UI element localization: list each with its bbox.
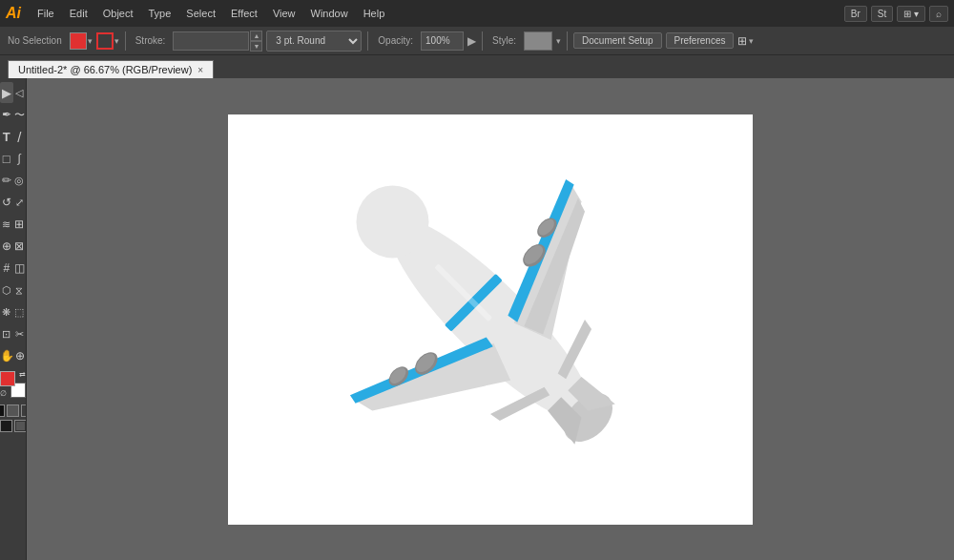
perspective-tool[interactable]: ⊠: [13, 236, 27, 257]
stroke-style-dropdown[interactable]: 3 pt. Round: [266, 31, 362, 52]
eyedropper-tools-pair: ⬡ ⧖: [0, 280, 26, 301]
normal-mode-button[interactable]: [0, 404, 5, 417]
mode-buttons: [0, 404, 27, 417]
transform-tools-pair: ↺ ⤢: [0, 192, 26, 213]
mesh-tools-pair: # ◫: [0, 258, 26, 279]
eyedropper-tool[interactable]: ⬡: [0, 280, 13, 301]
none-color-icon[interactable]: ∅: [0, 390, 7, 398]
fill-color-box[interactable]: [0, 371, 15, 386]
screen-mode-fullscreen[interactable]: [14, 420, 27, 432]
style-swatch[interactable]: [524, 31, 552, 51]
menu-window[interactable]: Window: [304, 5, 355, 22]
fill-swatch[interactable]: [70, 32, 87, 50]
menu-view[interactable]: View: [266, 5, 302, 22]
style-dropdown-arrow[interactable]: ▾: [556, 36, 561, 46]
line-tool[interactable]: /: [13, 126, 27, 147]
pen-tools-pair: ✒ 〜: [0, 104, 26, 125]
stock-button[interactable]: St: [871, 6, 893, 22]
symbol-sprayer-tool[interactable]: ❋: [0, 301, 13, 322]
menu-help[interactable]: Help: [357, 5, 392, 22]
artboard-tool[interactable]: ⊡: [0, 323, 13, 344]
opacity-label: Opacity:: [374, 35, 417, 46]
stroke-up-arrow[interactable]: ▲: [250, 31, 262, 41]
opacity-arrow[interactable]: ▶: [467, 34, 476, 48]
symbol-tools-pair: ❋ ⬚: [0, 301, 26, 322]
opacity-input[interactable]: [421, 31, 464, 51]
menu-object[interactable]: Object: [96, 5, 140, 22]
arrange-control[interactable]: ⊞ ▾: [737, 34, 754, 48]
tab-title: Untitled-2* @ 66.67% (RGB/Preview): [18, 64, 192, 75]
paintbrush-tool[interactable]: ∫: [13, 148, 27, 169]
free-transform-tool[interactable]: ⊞: [13, 214, 27, 235]
type-tools-pair: T /: [0, 126, 26, 147]
scale-tool[interactable]: ⤢: [13, 192, 27, 213]
selection-label: No Selection: [4, 35, 66, 46]
selection-tool[interactable]: ▶: [0, 82, 13, 103]
tab-bar: Untitled-2* @ 66.67% (RGB/Preview) ×: [0, 55, 954, 78]
color-controls: ⇄ ∅: [0, 371, 26, 402]
slice-tool[interactable]: ✂: [13, 323, 27, 344]
pencil-tools-pair: ✏ ◎: [0, 170, 26, 191]
behind-mode-button[interactable]: [7, 404, 19, 417]
separator-3: [482, 31, 483, 51]
airplane-svg: [309, 138, 672, 501]
menu-type[interactable]: Type: [142, 5, 178, 22]
nav-tools-pair: ✋ ⊕: [0, 345, 26, 366]
separator-2: [367, 31, 368, 51]
menu-bar: Ai File Edit Object Type Select Effect V…: [0, 0, 954, 27]
rect-tool[interactable]: □: [0, 148, 13, 169]
airplane-illustration: [309, 138, 672, 501]
stroke-weight-arrows: ▲ ▼: [250, 31, 262, 52]
curvature-tool[interactable]: 〜: [13, 104, 27, 125]
tab-close-button[interactable]: ×: [197, 65, 203, 75]
workspace-button[interactable]: ⊞ ▾: [897, 6, 925, 22]
mesh-tool[interactable]: #: [0, 258, 13, 279]
separator-1: [125, 31, 126, 51]
style-label: Style:: [488, 35, 520, 46]
shape-builder-tool[interactable]: ⊕: [0, 236, 13, 257]
stroke-down-arrow[interactable]: ▼: [250, 41, 262, 52]
pencil-tool[interactable]: ✏: [0, 170, 13, 191]
menu-select[interactable]: Select: [179, 5, 222, 22]
canvas-area[interactable]: [27, 78, 954, 560]
gradient-tool[interactable]: ◫: [13, 258, 27, 279]
pen-tool[interactable]: ✒: [0, 104, 13, 125]
fill-color-control[interactable]: ▾: [70, 32, 93, 50]
artboard: [228, 114, 753, 525]
select-tools-pair: ▶ ◁: [0, 82, 26, 103]
hand-tool[interactable]: ✋: [0, 345, 13, 366]
app-logo: Ai: [6, 5, 21, 22]
menu-file[interactable]: File: [31, 5, 61, 22]
direct-selection-tool[interactable]: ◁: [13, 82, 27, 103]
graph-tool[interactable]: ⬚: [13, 301, 27, 322]
type-tool[interactable]: T: [0, 126, 13, 147]
menu-edit[interactable]: Edit: [63, 5, 94, 22]
swap-colors-icon[interactable]: ⇄: [19, 371, 26, 379]
artboard-tools-pair: ⊡ ✂: [0, 323, 26, 344]
blend-tool[interactable]: ⧖: [13, 280, 27, 301]
preferences-button[interactable]: Preferences: [666, 32, 735, 49]
menu-effect[interactable]: Effect: [224, 5, 264, 22]
stroke-color-control[interactable]: ▾: [96, 32, 119, 50]
search-button[interactable]: ⌕: [929, 6, 948, 22]
zoom-tool[interactable]: ⊕: [13, 345, 26, 366]
rotate-tool[interactable]: ↺: [0, 192, 13, 213]
shape-tools-pair: □ ∫: [0, 148, 26, 169]
main-area: ▶ ◁ ✒ 〜 T / □ ∫ ✏ ◎ ↺ ⤢ ≋ ⊞ ⊕ ⊠: [0, 78, 954, 560]
warp-tool[interactable]: ≋: [0, 214, 13, 235]
stroke-swatch[interactable]: [96, 32, 114, 50]
left-toolbar: ▶ ◁ ✒ 〜 T / □ ∫ ✏ ◎ ↺ ⤢ ≋ ⊞ ⊕ ⊠: [0, 78, 27, 560]
options-toolbar: No Selection ▾ ▾ Stroke: ▲ ▼ 3 pt. Round…: [0, 27, 954, 55]
color-swatch-group: ⇄ ∅: [0, 371, 26, 398]
builder-tools-pair: ⊕ ⊠: [0, 236, 26, 257]
document-setup-button[interactable]: Document Setup: [573, 32, 662, 49]
separator-4: [567, 31, 568, 51]
document-tab[interactable]: Untitled-2* @ 66.67% (RGB/Preview) ×: [8, 60, 214, 78]
warp-tools-pair: ≋ ⊞: [0, 214, 26, 235]
bridge-button[interactable]: Br: [844, 6, 867, 22]
blob-brush-tool[interactable]: ◎: [13, 170, 27, 191]
screen-mode-normal[interactable]: [0, 420, 12, 432]
stroke-label: Stroke:: [132, 35, 170, 46]
stroke-weight-input[interactable]: [173, 31, 249, 51]
screen-mode-buttons: [0, 420, 27, 432]
